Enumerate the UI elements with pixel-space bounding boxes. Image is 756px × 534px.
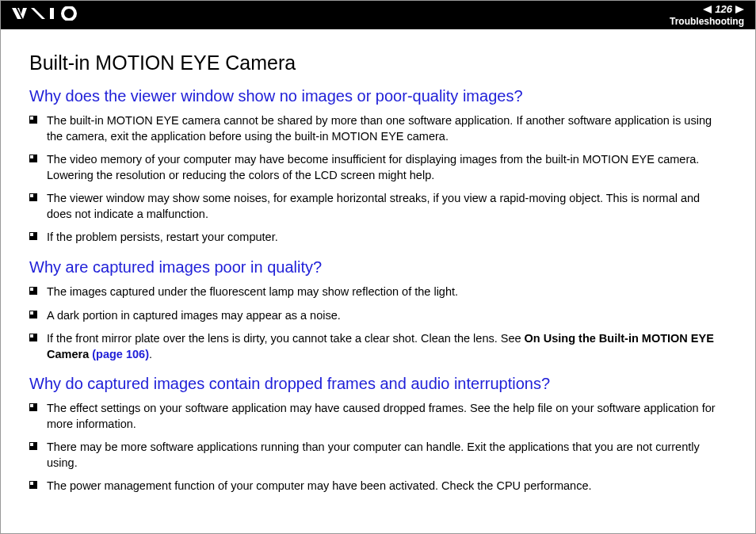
bullet-icon (29, 116, 37, 124)
list-text: If the problem persists, restart your co… (47, 230, 278, 246)
list-item: The effect settings on your software app… (29, 401, 727, 432)
section-label: Troubleshooting (670, 16, 744, 27)
page-header: 126 Troubleshooting (1, 1, 755, 29)
svg-rect-0 (50, 8, 54, 19)
bullet-list: The built-in MOTION EYE camera cannot be… (29, 113, 727, 246)
list-item: The power management function of your co… (29, 479, 727, 494)
next-page-arrow-icon[interactable] (735, 6, 744, 13)
list-text: The video memory of your computer may ha… (47, 152, 727, 183)
page-content: Built-in MOTION EYE Camera Why does the … (1, 29, 755, 518)
list-text: The effect settings on your software app… (47, 401, 727, 432)
list-item: There may be more software applications … (29, 440, 727, 471)
bullet-icon (29, 481, 37, 489)
page-title: Built-in MOTION EYE Camera (29, 51, 727, 74)
list-text: A dark portion in captured images may ap… (47, 308, 341, 324)
list-item: A dark portion in captured images may ap… (29, 308, 727, 324)
section-heading: Why are captured images poor in quality? (29, 258, 727, 277)
bullet-icon (29, 311, 37, 318)
page-navigation: 126 (703, 3, 744, 15)
list-text: There may be more software applications … (47, 440, 727, 471)
list-text: The viewer window may show some noises, … (47, 191, 727, 222)
section-heading: Why do captured images contain dropped f… (29, 375, 727, 393)
list-item: The viewer window may show some noises, … (29, 191, 727, 222)
bullet-list: The images captured under the fluorescen… (29, 284, 727, 362)
bullet-icon (29, 403, 37, 411)
section-heading: Why does the viewer window show no image… (29, 87, 727, 105)
list-text: If the front mirror plate over the lens … (47, 331, 727, 362)
svg-point-1 (63, 7, 75, 20)
list-text: The images captured under the fluorescen… (47, 284, 458, 300)
bullet-icon (29, 193, 37, 201)
bullet-list: The effect settings on your software app… (29, 401, 727, 494)
list-item: The images captured under the fluorescen… (29, 284, 727, 300)
page-link[interactable]: (page 106) (92, 348, 149, 360)
prev-page-arrow-icon[interactable] (703, 6, 712, 13)
list-item: The video memory of your computer may ha… (29, 152, 727, 183)
bullet-icon (29, 442, 37, 450)
list-text: The built-in MOTION EYE camera cannot be… (47, 113, 727, 144)
list-item: If the problem persists, restart your co… (29, 230, 727, 246)
list-text: The power management function of your co… (47, 479, 592, 494)
list-item: The built-in MOTION EYE camera cannot be… (29, 113, 727, 144)
bullet-icon (29, 287, 37, 295)
bullet-icon (29, 154, 37, 162)
bullet-icon (29, 334, 37, 341)
bullet-icon (29, 232, 37, 240)
list-item: If the front mirror plate over the lens … (29, 331, 727, 362)
vaio-logo (12, 6, 83, 24)
page-number: 126 (715, 3, 732, 15)
